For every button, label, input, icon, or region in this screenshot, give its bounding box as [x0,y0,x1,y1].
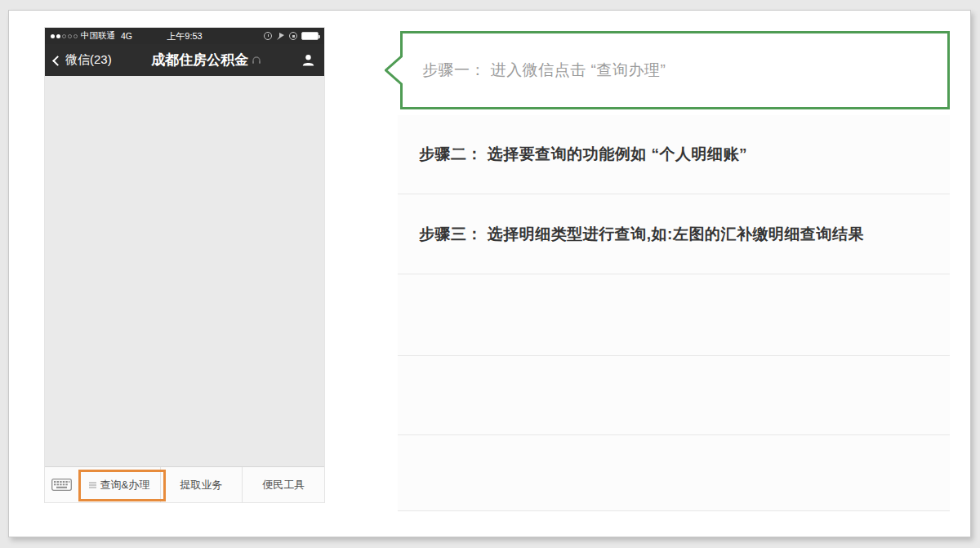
account-name: 成都住房公积金 [151,51,248,69]
back-label: 微信(23) [65,52,112,68]
battery-icon [301,32,318,40]
keyboard-toggle-button[interactable] [45,467,78,502]
keyboard-icon [51,479,72,491]
rotation-lock-icon [289,32,297,40]
step-3-row: 步骤三： 选择明细类型进行查询,如:左图的汇补缴明细查询结果 [398,194,950,274]
menu-item-tools[interactable]: 便民工具 [242,467,324,502]
menu-item-query-handle[interactable]: 查询&办理 [78,467,160,502]
chat-nav-bar: 微信(23) 成都住房公积金 [45,44,324,76]
empty-row [398,274,950,356]
step-3-text: 步骤三： 选择明细类型进行查询,如:左图的汇补缴明细查询结果 [419,224,864,245]
menu-item-label: 便民工具 [262,478,305,492]
step-2-row: 步骤二： 选择要查询的功能例如 “个人明细账” [398,115,950,194]
empty-row [398,356,950,435]
step-1-text: 步骤一： 进入微信点击 “查询办理” [422,31,666,109]
status-bar: 中国联通 4G 上午9:53 [45,28,324,44]
contact-profile-button[interactable] [301,53,315,67]
headset-icon [252,56,261,65]
back-button[interactable]: 微信(23) [54,52,112,68]
alarm-icon [264,32,272,40]
clock-time: 上午9:53 [45,30,324,42]
menu-item-withdrawal[interactable]: 提取业务 [160,467,243,502]
steps-list: 步骤二： 选择要查询的功能例如 “个人明细账” 步骤三： 选择明细类型进行查询,… [398,115,950,511]
page-title: 成都住房公积金 [112,51,301,69]
chat-area [45,76,324,466]
menu-item-label: 提取业务 [180,478,223,492]
empty-row [398,435,950,511]
tutorial-card: 中国联通 4G 上午9:53 微信(23) 成都住房公积金 [8,10,971,537]
back-chevron-icon [52,56,63,66]
menu-item-label: 查询&办理 [100,478,150,492]
step-2-text: 步骤二： 选择要查询的功能例如 “个人明细账” [419,144,747,165]
bottom-menu-bar: 查询&办理 提取业务 便民工具 [45,466,324,502]
step-1-callout: 步骤一： 进入微信点击 “查询办理” [385,31,950,109]
phone-screenshot: 中国联通 4G 上午9:53 微信(23) 成都住房公积金 [45,28,324,502]
menu-grid-icon [89,482,96,488]
